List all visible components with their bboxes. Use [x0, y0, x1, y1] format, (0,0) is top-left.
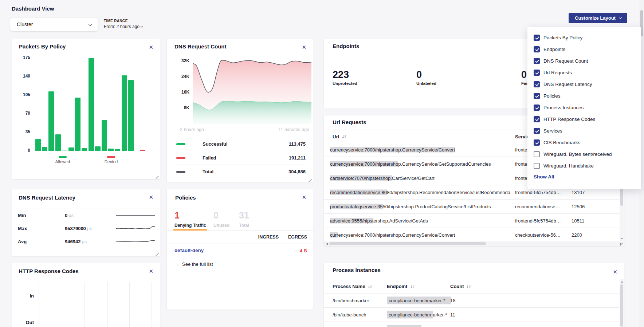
panel-title: Endpoints: [333, 43, 359, 49]
customize-menu-item[interactable]: Services: [534, 127, 562, 135]
denied-legend-swatch: [107, 156, 115, 158]
time-range-label: TIME RANGE: [104, 19, 143, 23]
customize-menu-item[interactable]: Wireguard. Bytes sent/received: [534, 150, 612, 158]
legend-row: Successful113,475: [174, 137, 306, 151]
checkbox-checked[interactable]: [534, 46, 540, 52]
latency-row: Avg946942µs: [12, 235, 160, 248]
sort-icon: [368, 284, 373, 288]
checkbox-checked[interactable]: [534, 35, 540, 41]
checkbox-checked[interactable]: [534, 58, 540, 64]
scrollbar-thumb[interactable]: [329, 242, 486, 245]
checkbox-checked[interactable]: [534, 116, 540, 122]
checkbox-checked[interactable]: [534, 81, 540, 87]
view-select[interactable]: Cluster: [10, 17, 98, 32]
tab-value: 1: [174, 210, 206, 221]
table-row: /bin/benchmarkercompliance-benchmarker-*…: [324, 293, 619, 308]
customize-menu-item[interactable]: DNS Request Latency: [534, 80, 592, 88]
customize-menu-item[interactable]: HTTP Response Codes: [534, 115, 595, 123]
customize-menu-item[interactable]: Policies: [534, 92, 561, 100]
scroll-left-arrow[interactable]: ◀: [326, 243, 328, 245]
tab-label: Total: [239, 223, 249, 228]
policy-tab-unused[interactable]: 0Unused: [213, 210, 229, 228]
service-cell: frontend-5fc5754db…: [515, 218, 569, 224]
successful-swatch: [176, 143, 185, 145]
endpoint-cell: compliance-benchmarker-*: [387, 298, 451, 303]
x-axis-start-label: 2 hours ago: [180, 127, 204, 132]
failed-swatch: [176, 157, 185, 159]
close-icon[interactable]: ✕: [302, 44, 306, 50]
count-cell: 18: [450, 298, 455, 303]
scroll-down-arrow[interactable]: ▼: [621, 237, 624, 240]
count-cell: 13107: [572, 190, 585, 195]
checkbox-checked[interactable]: [534, 70, 540, 76]
checkbox-checked[interactable]: [534, 93, 540, 99]
horizontal-scrollbar[interactable]: ◀ ▶: [324, 241, 624, 246]
metric-value: 0: [416, 69, 436, 80]
scrollbar-thumb[interactable]: [620, 284, 623, 327]
show-all-link[interactable]: Show All: [534, 174, 554, 180]
url-cell: currencyservice:7000/hipstershop.Currenc…: [329, 231, 510, 239]
time-range-value[interactable]: From: 2 hours ago: [104, 24, 143, 29]
scroll-up-arrow[interactable]: ▲: [621, 280, 624, 283]
checkbox-checked[interactable]: [534, 128, 540, 134]
policy-tab-denying-traffic[interactable]: 1Denying Traffic: [174, 210, 206, 228]
table-row: productcatalogservice:3550/hipstershop.P…: [324, 200, 619, 214]
customize-menu-item[interactable]: Wireguard. Handshake: [534, 162, 594, 170]
dns-chart-svg: [193, 55, 311, 124]
active-tab-underline: [173, 229, 207, 231]
allowed-bar: [89, 58, 94, 151]
ingress-column-header: INGRESS: [257, 235, 279, 240]
latency-label: Max: [18, 226, 27, 231]
endpoint-metric: 0Unlabeled: [416, 69, 436, 86]
page-title: Dashboard View: [12, 5, 54, 12]
policy-egress-value: 4 B: [286, 248, 307, 253]
close-icon[interactable]: ✕: [149, 194, 153, 200]
latency-label: Avg: [18, 239, 27, 244]
count-cell: 11: [450, 312, 455, 318]
scroll-right-arrow[interactable]: ▶: [620, 243, 622, 245]
legend-value: 113,475: [289, 141, 306, 147]
vertical-scrollbar[interactable]: ▲: [620, 279, 624, 327]
customize-menu-item[interactable]: Endpoints: [534, 45, 565, 53]
allowed-bar: [115, 149, 120, 151]
see-full-list-link[interactable]: →See the full list: [174, 261, 213, 267]
checkbox-unchecked[interactable]: [534, 163, 540, 169]
process-name-column-header[interactable]: Process Name: [333, 284, 373, 289]
count-cell: 2200: [572, 232, 582, 238]
sort-icon: [410, 284, 415, 288]
checkbox-checked[interactable]: [534, 105, 540, 111]
customize-layout-button[interactable]: Customize Layout: [569, 13, 627, 23]
count-column-header[interactable]: Count: [450, 284, 471, 289]
allowed-bar: [122, 75, 127, 151]
tab-label: Denying Traffic: [174, 223, 206, 228]
allowed-bar: [82, 148, 87, 151]
gridline: [107, 282, 108, 327]
checkbox-checked[interactable]: [534, 139, 540, 146]
allowed-bar: [108, 149, 114, 151]
url-cell: adservice:9555/hipstershop.AdService/Get…: [329, 217, 510, 225]
endpoint-metric: 223Unprotected: [333, 69, 357, 86]
policy-link-default-deny[interactable]: default-deny: [174, 248, 204, 253]
dns-area-chart: [193, 55, 311, 124]
allowed-bar: [55, 134, 61, 151]
close-icon[interactable]: ✕: [613, 269, 617, 275]
endpoint-column-header[interactable]: Endpoint: [387, 284, 415, 289]
panel-title: DNS Request Latency: [19, 194, 75, 201]
tab-value: 31: [239, 210, 249, 221]
legend-label: Failed: [203, 155, 216, 161]
menu-item-label: DNS Request Latency: [543, 82, 592, 87]
customize-menu-item[interactable]: Process Instances: [534, 103, 584, 111]
latency-sparkline: [116, 211, 155, 220]
panel-packets-by-policy: Packets By Policy ✕ 03570105140175 Allow…: [12, 39, 160, 180]
endpoint-cell: compliance-benchmarker-*: [387, 312, 447, 318]
customize-menu-item[interactable]: CIS Benchmarks: [534, 138, 580, 146]
customize-menu-item[interactable]: DNS Request Count: [534, 57, 588, 65]
row-label-in: In: [17, 293, 34, 299]
checkbox-unchecked[interactable]: [534, 151, 540, 157]
url-column-header[interactable]: Url: [333, 134, 347, 139]
tab-value: 0: [213, 210, 229, 221]
close-icon[interactable]: ✕: [302, 194, 306, 200]
customize-menu-item[interactable]: Url Requests: [534, 68, 572, 76]
customize-menu-item[interactable]: Packets By Policy: [534, 34, 582, 42]
policy-tab-total[interactable]: 31Total: [239, 210, 249, 228]
